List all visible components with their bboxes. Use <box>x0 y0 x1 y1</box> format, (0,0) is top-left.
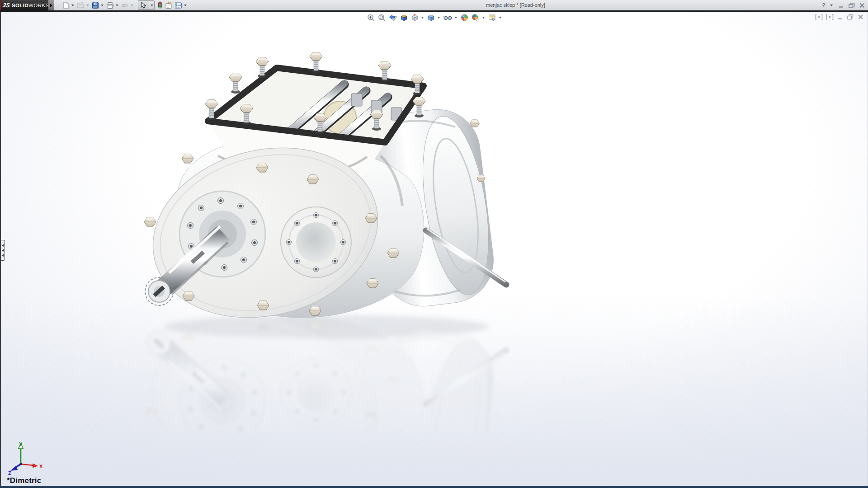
brand-glyph: 3S <box>2 2 10 9</box>
new-dropdown-arrow[interactable] <box>71 5 74 6</box>
undo-dropdown-arrow[interactable] <box>131 5 133 6</box>
open-button[interactable] <box>76 0 85 10</box>
collapse-left-pane-button[interactable] <box>815 14 823 20</box>
graphics-viewport[interactable]: Y X Z *Dimetric <box>0 12 868 486</box>
apply-scene-button[interactable] <box>470 13 481 22</box>
restore-document-button[interactable] <box>847 14 854 20</box>
print-button[interactable] <box>105 0 115 10</box>
featuremanager-collapsed-tab[interactable] <box>1 240 5 261</box>
zoom-to-area-button[interactable] <box>376 13 387 22</box>
select-dropdown-arrow <box>151 5 153 6</box>
status-bar-edge <box>0 486 868 488</box>
display-style-dropdown-arrow[interactable] <box>437 17 440 19</box>
file-properties-icon <box>165 2 173 9</box>
previous-view-icon <box>388 14 397 22</box>
save-button[interactable] <box>91 0 100 10</box>
app-window-controls: ? <box>822 0 865 10</box>
hide-show-items-dropdown-arrow[interactable] <box>454 17 457 19</box>
rebuild-button[interactable] <box>156 0 164 10</box>
previous-view-button[interactable] <box>387 13 398 22</box>
view-settings-button[interactable] <box>486 13 498 22</box>
file-properties-button[interactable] <box>164 0 174 10</box>
menu-flyout-button[interactable] <box>48 0 54 10</box>
apply-scene-icon <box>471 14 480 22</box>
minimize-button[interactable] <box>838 2 844 9</box>
select-button[interactable] <box>138 0 149 10</box>
triad-x-label: X <box>39 464 43 469</box>
open-dropdown-arrow[interactable] <box>86 5 89 6</box>
brand-primary: SOLID <box>12 3 28 8</box>
document-window-controls <box>815 14 864 20</box>
window-title: menjac sklop * [Read-only] <box>486 0 545 10</box>
edit-appearance-sphere-icon <box>460 14 468 22</box>
help-button[interactable]: ? <box>822 0 826 10</box>
options-dropdown-arrow[interactable] <box>184 5 187 6</box>
section-view-icon <box>400 14 408 22</box>
headsup-view-toolbar <box>365 13 503 22</box>
collapse-arrow-icon <box>2 254 4 257</box>
view-orientation-icon <box>410 14 419 22</box>
gearbox-3d-model <box>127 43 525 432</box>
new-document-button[interactable] <box>61 0 71 10</box>
display-style-button[interactable] <box>425 13 436 22</box>
print-icon <box>106 2 114 9</box>
hide-show-items-eyeglasses-icon <box>443 14 452 22</box>
main-toolbar <box>61 0 189 10</box>
select-tool <box>138 0 155 10</box>
zoom-to-area-icon <box>377 14 386 22</box>
flyout-arrow-icon <box>50 4 52 7</box>
view-settings-icon <box>488 14 496 22</box>
select-dropdown-button[interactable] <box>149 0 155 10</box>
select-cursor-icon <box>141 2 146 9</box>
undo-icon <box>121 2 129 9</box>
zoom-to-fit-button[interactable] <box>365 13 376 22</box>
display-style-icon <box>427 14 435 22</box>
collapse-arrow-icon <box>2 249 4 252</box>
close-button[interactable] <box>859 2 865 9</box>
view-orientation-dropdown-arrow[interactable] <box>421 17 424 19</box>
help-dropdown-arrow[interactable] <box>830 5 833 6</box>
undo-button[interactable] <box>120 0 130 10</box>
view-orientation-label: *Dimetric <box>7 476 41 485</box>
brand-secondary: WORKS <box>28 3 49 8</box>
logo-accent-strip <box>0 0 1 10</box>
open-icon <box>77 2 85 9</box>
title-bar: 3S SOLIDWORKS <box>0 0 868 10</box>
options-button[interactable] <box>174 0 183 10</box>
edit-appearance-button[interactable] <box>459 13 470 22</box>
zoom-to-fit-icon <box>367 14 375 22</box>
collapse-arrow-icon <box>2 244 4 247</box>
orientation-triad: Y X Z <box>5 441 43 475</box>
section-view-button[interactable] <box>398 13 409 22</box>
apply-scene-dropdown-arrow[interactable] <box>482 17 485 19</box>
options-checklist-icon <box>175 2 182 9</box>
triad-y-label: Y <box>19 441 23 447</box>
triad-z-label: Z <box>8 470 11 475</box>
save-dropdown-arrow[interactable] <box>101 5 104 6</box>
app-logo: 3S SOLIDWORKS <box>0 0 48 10</box>
expand-right-pane-button[interactable] <box>826 14 834 20</box>
view-settings-dropdown-arrow[interactable] <box>499 17 501 19</box>
view-orientation-button[interactable] <box>409 13 420 22</box>
rebuild-traffic-light-icon <box>157 1 163 9</box>
restore-button[interactable] <box>848 2 855 9</box>
hide-show-items-button[interactable] <box>442 13 453 22</box>
minimize-document-button[interactable] <box>837 14 844 20</box>
print-dropdown-arrow[interactable] <box>116 5 118 6</box>
new-document-icon <box>62 2 70 9</box>
save-icon <box>92 2 99 9</box>
close-document-button[interactable] <box>857 14 864 20</box>
titlebar-separator <box>0 10 868 12</box>
